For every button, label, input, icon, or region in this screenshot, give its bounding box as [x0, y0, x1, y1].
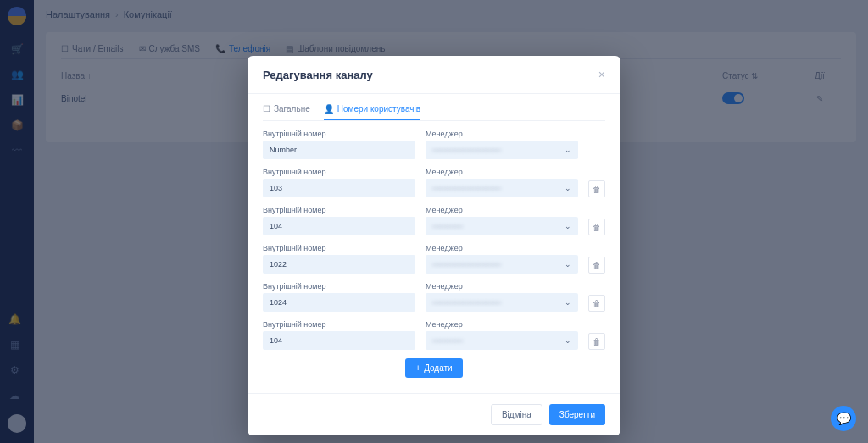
manager-label: Менеджер: [426, 206, 578, 214]
extension-row: Внутрішній номерМенеджер—————————⌄🗑: [263, 244, 605, 274]
chevron-down-icon: ⌄: [565, 222, 571, 230]
modal-body: ☐ Загальне 👤 Номери користувачів Внутріш…: [248, 94, 620, 393]
manager-label: Менеджер: [426, 130, 578, 138]
manager-label: Менеджер: [426, 244, 578, 252]
extension-label: Внутрішній номер: [263, 168, 415, 176]
manager-label: Менеджер: [426, 168, 578, 176]
chevron-down-icon: ⌄: [565, 146, 571, 154]
user-icon: 👤: [324, 104, 334, 114]
extension-row: Внутрішній номерМенеджер—————————⌄🗑: [263, 168, 605, 197]
manager-value: ————: [432, 336, 463, 345]
extension-label: Внутрішній номер: [263, 244, 415, 252]
manager-label: Менеджер: [426, 320, 578, 329]
extension-row: Внутрішній номерМенеджер————⌄🗑: [263, 206, 605, 235]
extension-input[interactable]: [263, 179, 415, 197]
manager-select[interactable]: ————⌄: [426, 331, 578, 350]
extension-label: Внутрішній номер: [263, 282, 415, 291]
delete-row-button[interactable]: 🗑: [588, 295, 605, 312]
manager-label: Менеджер: [426, 282, 578, 291]
modal-footer: Відміна Зберегти: [248, 393, 620, 435]
delete-row-button[interactable]: 🗑: [588, 180, 605, 197]
add-button-label: Додати: [424, 363, 453, 373]
modal-tabs: ☐ Загальне 👤 Номери користувачів: [263, 101, 605, 121]
chevron-down-icon: ⌄: [565, 336, 571, 345]
chevron-down-icon: ⌄: [565, 184, 571, 192]
add-row-container: + Додати: [263, 358, 605, 378]
extension-row: Внутрішній номерМенеджер————⌄🗑: [263, 320, 605, 350]
manager-select[interactable]: —————————⌄: [426, 255, 578, 274]
modal-tab-general[interactable]: ☐ Загальне: [263, 104, 310, 120]
modal-tab-label: Загальне: [274, 104, 310, 114]
extension-input[interactable]: [263, 293, 415, 312]
modal-header: Редагування каналу ×: [248, 56, 620, 94]
manager-value: —————————: [432, 260, 501, 269]
delete-row-button[interactable]: 🗑: [588, 333, 605, 350]
cancel-button[interactable]: Відміна: [491, 404, 542, 425]
edit-channel-modal: Редагування каналу × ☐ Загальне 👤 Номери…: [248, 56, 620, 435]
manager-value: ————: [432, 222, 463, 230]
extension-input[interactable]: [263, 331, 415, 350]
close-icon[interactable]: ×: [598, 68, 605, 81]
chat-fab[interactable]: 💬: [831, 406, 856, 431]
modal-tab-label: Номери користувачів: [337, 104, 420, 114]
modal-tab-users[interactable]: 👤 Номери користувачів: [324, 104, 420, 120]
manager-select[interactable]: —————————⌄: [426, 179, 578, 197]
extension-label: Внутрішній номер: [263, 320, 415, 329]
modal-title: Редагування каналу: [263, 69, 373, 81]
delete-row-button[interactable]: 🗑: [588, 219, 605, 235]
extension-input[interactable]: [263, 255, 415, 274]
plus-icon: +: [415, 363, 420, 373]
manager-select[interactable]: ————⌄: [426, 217, 578, 235]
manager-select[interactable]: —————————⌄: [426, 293, 578, 312]
extension-input[interactable]: [263, 141, 415, 159]
manager-value: —————————: [432, 184, 501, 192]
delete-row-button[interactable]: 🗑: [588, 257, 605, 274]
add-button[interactable]: + Додати: [405, 358, 462, 378]
extension-label: Внутрішній номер: [263, 206, 415, 214]
manager-value: —————————: [432, 146, 501, 154]
chat-icon: 💬: [837, 412, 851, 425]
extension-input[interactable]: [263, 217, 415, 235]
extension-row: Внутрішній номерМенеджер—————————⌄🗑: [263, 282, 605, 312]
manager-value: —————————: [432, 298, 501, 307]
extension-label: Внутрішній номер: [263, 130, 415, 138]
chevron-down-icon: ⌄: [565, 260, 571, 269]
save-button[interactable]: Зберегти: [549, 404, 605, 425]
manager-select[interactable]: —————————⌄: [426, 141, 578, 159]
chevron-down-icon: ⌄: [565, 298, 571, 307]
extension-row: Внутрішній номерМенеджер—————————⌄🗑: [263, 130, 605, 159]
settings-icon: ☐: [263, 104, 270, 114]
